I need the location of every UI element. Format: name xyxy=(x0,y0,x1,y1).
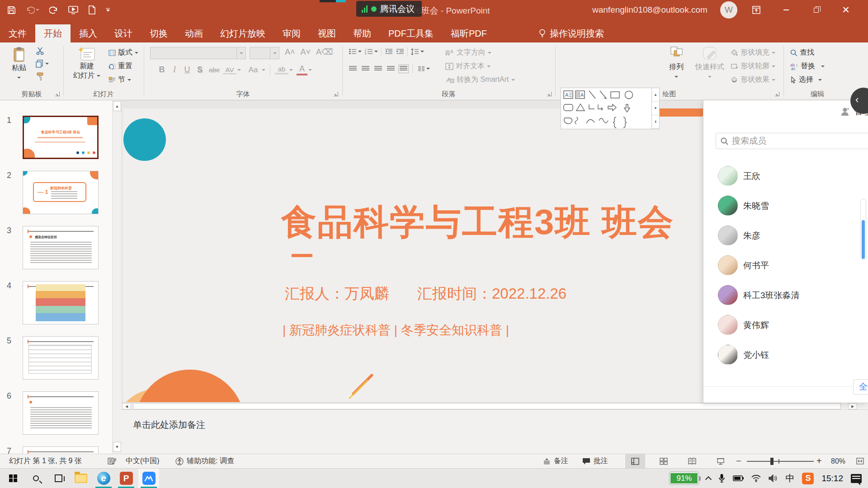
member-row-5[interactable]: 黄伟辉 xyxy=(703,310,868,340)
member-row-4[interactable]: 科工3班张淼清 xyxy=(703,280,868,310)
spellcheck-icon[interactable] xyxy=(108,454,116,468)
zoom-slider-track[interactable] xyxy=(747,461,814,462)
tab-1[interactable]: 开始 xyxy=(35,24,71,42)
volume-tray-icon[interactable] xyxy=(769,474,778,482)
align-right-button[interactable] xyxy=(374,66,382,72)
tab-2[interactable]: 插入 xyxy=(71,24,106,42)
align-left-button[interactable] xyxy=(349,66,357,72)
new-file-icon[interactable] xyxy=(88,5,96,14)
thumbnail-scrollbar[interactable]: ▲ ▼ xyxy=(112,100,121,454)
thumbnail-preview[interactable] xyxy=(23,446,99,454)
thumbnail-preview[interactable] xyxy=(23,391,99,435)
increase-indent-button[interactable] xyxy=(396,48,404,55)
tab-9[interactable]: 帮助 xyxy=(344,24,380,42)
wifi-tray-icon[interactable] xyxy=(751,475,761,482)
align-center-button[interactable] xyxy=(362,66,369,72)
taskbar-search-button[interactable] xyxy=(25,469,46,488)
member-row-2[interactable]: 朱彦 xyxy=(703,221,868,250)
reading-view-button[interactable] xyxy=(682,454,702,468)
member-search-box[interactable] xyxy=(716,133,868,149)
account-avatar[interactable]: W xyxy=(720,1,737,19)
decrease-indent-button[interactable] xyxy=(385,48,393,55)
member-row-1[interactable]: 朱晓雪 xyxy=(703,191,868,221)
mute-all-button[interactable]: 全体 xyxy=(853,379,868,394)
start-slideshow-icon[interactable] xyxy=(68,5,78,14)
thumbnail-preview[interactable] xyxy=(23,281,99,324)
fit-to-window-button[interactable] xyxy=(852,454,868,468)
distribute-button[interactable] xyxy=(400,66,407,72)
section-button[interactable]: 节 xyxy=(108,75,131,84)
scroll-left-button[interactable]: ◀ xyxy=(122,403,131,409)
character-spacing-button[interactable]: AV xyxy=(223,66,236,74)
scroll-down-button[interactable]: ▼ xyxy=(113,442,121,452)
member-row-6[interactable]: 党小钰 xyxy=(703,340,868,370)
zoom-level[interactable]: 80% xyxy=(831,454,845,468)
slide-subtitle-text[interactable]: 汇报人：万凤麟汇报时间：2022.12.26 xyxy=(285,284,566,304)
restore-button[interactable] xyxy=(806,0,826,20)
comments-toggle[interactable]: 批注 xyxy=(582,454,608,468)
microphone-tray-icon[interactable] xyxy=(718,474,725,483)
edge-browser-button[interactable]: e xyxy=(93,469,114,488)
change-case-caret[interactable] xyxy=(262,69,265,71)
select-button[interactable]: 选择 xyxy=(790,75,822,84)
tab-4[interactable]: 切换 xyxy=(141,24,176,42)
slide-counter[interactable]: 幻灯片 第 1 张, 共 9 张 xyxy=(9,454,82,468)
strikethrough-button[interactable]: abc xyxy=(207,66,222,74)
thumbnail-preview[interactable] xyxy=(23,336,99,380)
copy-button[interactable] xyxy=(35,60,49,68)
sogou-input-icon[interactable]: S xyxy=(802,473,814,484)
layout-button[interactable]: 版式 xyxy=(108,48,138,57)
increase-font-size-button[interactable]: A˄ xyxy=(285,47,295,57)
thumbnail-preview[interactable]: 感染后特征症状 xyxy=(23,226,99,269)
line-spacing-button[interactable] xyxy=(411,48,424,55)
text-direction-button[interactable]: A 文字方向 xyxy=(445,48,491,57)
drawing-dialog-launcher[interactable] xyxy=(775,92,779,96)
text-shadow-button[interactable]: S xyxy=(194,65,206,75)
justify-button[interactable] xyxy=(387,66,395,72)
underline-button[interactable]: U xyxy=(181,65,193,75)
account-email[interactable]: wanfenglin0108@outlook.com xyxy=(592,5,708,15)
tab-5[interactable]: 动画 xyxy=(176,24,212,42)
language-indicator[interactable]: 中文(中国) xyxy=(126,454,160,468)
horizontal-scrollbar[interactable]: ◀ ▶ xyxy=(121,402,868,410)
member-row-0[interactable]: 王欣 xyxy=(703,161,868,191)
italic-button[interactable]: I xyxy=(169,65,180,75)
font-color-button[interactable]: A xyxy=(297,64,307,75)
ime-indicator[interactable]: 中 xyxy=(785,472,794,484)
thumbnail-preview[interactable]: — 1新冠肺炎科普 xyxy=(23,171,99,214)
slide-thumbnail-3[interactable]: 3感染后特征症状 xyxy=(0,226,112,269)
font-size-combobox[interactable] xyxy=(250,47,279,59)
replace-button[interactable]: abac 替换 xyxy=(790,61,825,71)
save-icon[interactable] xyxy=(7,6,16,14)
tab-8[interactable]: 视图 xyxy=(309,24,344,42)
clock[interactable]: 15:12 xyxy=(821,474,843,483)
character-spacing-caret[interactable] xyxy=(237,69,241,71)
member-row-3[interactable]: 何书平 xyxy=(703,250,868,280)
tab-10[interactable]: PDF工具集 xyxy=(380,24,442,42)
paragraph-dialog-launcher[interactable] xyxy=(547,92,552,96)
slide-title-text[interactable]: 食品科学与工程3班 班会 xyxy=(281,199,674,246)
thumbnail-preview[interactable]: 食品科学与工程3班 班会 xyxy=(23,116,99,159)
battery-percent-widget[interactable]: 91% xyxy=(670,472,698,484)
ribbon-display-options-button[interactable] xyxy=(746,0,767,20)
notes-placeholder[interactable]: 单击此处添加备注 xyxy=(133,419,205,431)
accessibility-status[interactable]: 辅助功能: 调查 xyxy=(175,454,234,468)
slide-tags-text[interactable]: | 新冠肺炎症状科普 | 冬季安全知识科普 | xyxy=(283,322,509,339)
task-view-button[interactable] xyxy=(48,469,69,488)
tray-expand-icon[interactable] xyxy=(705,476,712,483)
columns-button[interactable] xyxy=(418,66,430,72)
numbering-button[interactable]: 123 xyxy=(365,48,378,55)
tencent-meeting-overlay[interactable]: 腾讯会议 xyxy=(356,1,422,17)
slide-thumbnail-2[interactable]: 2— 1新冠肺炎科普 xyxy=(0,171,112,214)
cut-button[interactable] xyxy=(36,47,44,55)
new-slide-button[interactable]: 新建 幻灯片 xyxy=(69,46,105,89)
slide-sorter-view-button[interactable] xyxy=(654,454,674,468)
convert-smartart-button[interactable]: 转换为 SmartArt xyxy=(445,75,515,84)
shape-effects-button[interactable]: 形状效果 xyxy=(731,75,775,84)
font-dialog-launcher[interactable] xyxy=(334,92,338,96)
tab-3[interactable]: 设计 xyxy=(106,24,141,42)
tab-7[interactable]: 审阅 xyxy=(274,24,309,42)
start-button[interactable] xyxy=(3,469,24,488)
find-button[interactable]: 查找 xyxy=(790,48,814,57)
tab-0[interactable]: 文件 xyxy=(0,24,35,42)
